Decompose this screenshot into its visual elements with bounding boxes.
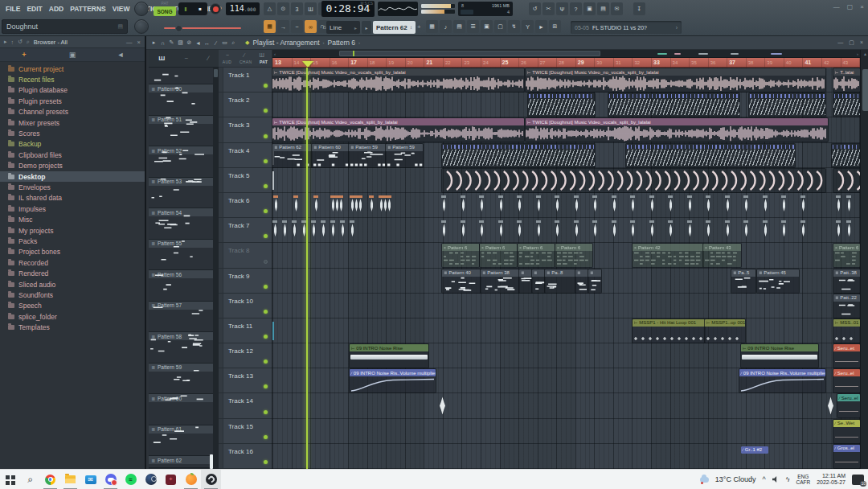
oscilloscope[interactable] bbox=[378, 2, 418, 16]
notification-icon[interactable]: 10 bbox=[852, 475, 864, 485]
drum-hit[interactable] bbox=[371, 199, 373, 212]
drum-hit[interactable] bbox=[575, 199, 578, 212]
drum-hit[interactable] bbox=[322, 224, 325, 236]
browser-item-demo-projects[interactable]: Demo projects bbox=[0, 161, 145, 171]
clip-gr-1-2[interactable]: ∕Gr..1 #2 bbox=[741, 446, 768, 454]
track-mute-led[interactable] bbox=[264, 84, 268, 88]
stop-button[interactable]: ■ bbox=[193, 2, 207, 15]
clip-pattern-59[interactable]: ≣Pattern 59 bbox=[386, 144, 423, 167]
help-icon[interactable]: ? bbox=[570, 2, 582, 15]
metronome-icon[interactable]: △ bbox=[264, 2, 276, 15]
playlist-minimize-icon[interactable]: — bbox=[837, 39, 843, 46]
drum-hit[interactable] bbox=[351, 199, 354, 212]
clip-slash[interactable] bbox=[832, 144, 860, 167]
picker-tab-patterns-icon[interactable]: Ш bbox=[158, 55, 165, 62]
weather-text[interactable]: 13°C Cloudy bbox=[715, 475, 756, 483]
browser-refresh-icon[interactable]: ↺ bbox=[18, 39, 23, 45]
add-pattern-icon[interactable]: + bbox=[417, 23, 421, 31]
drum-hit[interactable] bbox=[443, 224, 445, 236]
master-pitch-knob[interactable] bbox=[134, 19, 149, 34]
browser-up-icon[interactable]: ↑ bbox=[11, 39, 14, 45]
timeline[interactable]: 1314151617181920212223242526272829303132… bbox=[272, 58, 860, 68]
piano-roll-panel-icon[interactable]: ♪ bbox=[440, 20, 452, 33]
pause-button[interactable]: ‖ bbox=[178, 2, 193, 15]
track-lane-track-16[interactable]: ∕Gr..1 #2∕Gros..el bbox=[272, 444, 860, 469]
vscroll-handle[interactable] bbox=[862, 69, 868, 111]
drum-hit[interactable] bbox=[745, 199, 747, 212]
clip-pattern-40[interactable]: ≣Pattern 40 bbox=[442, 269, 481, 293]
drum-hit[interactable] bbox=[481, 224, 483, 236]
pattern-spinner-icon[interactable]: ↕ bbox=[410, 25, 412, 30]
remote-icon[interactable]: Y bbox=[522, 20, 534, 33]
clip-pattern-6[interactable]: ×Pattern 6 bbox=[518, 244, 555, 267]
taskbar-app-explorer[interactable] bbox=[60, 470, 80, 489]
clip-arcs[interactable] bbox=[442, 169, 825, 192]
track-mute-led[interactable] bbox=[264, 159, 268, 163]
playlist-magnet-icon[interactable]: ∩ bbox=[159, 40, 166, 46]
track-mute-led[interactable] bbox=[264, 460, 268, 464]
countdown-icon[interactable]: 3 bbox=[291, 2, 303, 15]
browser-back-icon[interactable]: ▸ bbox=[4, 39, 7, 45]
clip-pattern[interactable]: ≣ bbox=[532, 269, 545, 293]
pattern-cell-pattern-55[interactable]: ≣Pattern 55 bbox=[149, 240, 213, 271]
clip-pattern-43[interactable]: ×Pattern 43 bbox=[703, 244, 741, 267]
drum-hit[interactable] bbox=[284, 224, 286, 236]
track-header-track-16[interactable]: Track 16 bbox=[219, 444, 272, 469]
pattern-cell-pattern-58[interactable]: ≣Pattern 58 bbox=[149, 332, 213, 364]
taskbar-app-chrome[interactable] bbox=[40, 470, 60, 489]
track-mute-led[interactable] bbox=[264, 209, 268, 213]
track-header-track-2[interactable]: Track 2 bbox=[219, 92, 272, 117]
drum-hit[interactable] bbox=[802, 224, 805, 236]
pattern-list-scrollbar[interactable] bbox=[213, 68, 219, 469]
picker-tab-pat[interactable]: PAT bbox=[260, 60, 268, 64]
track-header-track-5[interactable]: Track 5 bbox=[219, 168, 272, 193]
project-name-field[interactable]: Doughnut ▤ bbox=[2, 19, 128, 34]
clip-patt-22[interactable]: ≣Patt..22 bbox=[833, 294, 860, 318]
cut-icon[interactable]: ✂ bbox=[542, 2, 555, 15]
drum-hit[interactable] bbox=[689, 224, 691, 236]
clip-twice-doughnut-music-video-no-vocals-spl[interactable]: ⊢TWICE [Doughnut] Music Video_no_vocals_… bbox=[272, 68, 524, 92]
browser-panel-icon[interactable]: ▣ bbox=[481, 20, 493, 33]
navigator-window[interactable] bbox=[339, 51, 600, 56]
playhead-marker[interactable] bbox=[302, 61, 313, 68]
drum-hit[interactable] bbox=[594, 199, 596, 212]
browser-item-plugin-presets[interactable]: Plugin presets bbox=[0, 96, 145, 106]
pattern-cell-pattern-56[interactable]: ≣Pattern 56 bbox=[149, 270, 213, 302]
draw-tool-icon[interactable]: ✎ bbox=[168, 39, 175, 46]
drum-hit[interactable] bbox=[837, 224, 840, 236]
pattern-prev-button[interactable]: ▸ bbox=[362, 21, 371, 34]
track-mute-led[interactable] bbox=[264, 360, 268, 364]
playlist-panel-icon[interactable]: ▦ bbox=[426, 20, 438, 33]
clip-twice-doughnut-music-video-vocals-split-[interactable]: ⊢TWICE [Doughnut] Music Video_vocals_spl… bbox=[526, 118, 828, 142]
track-grip[interactable] bbox=[219, 68, 223, 92]
audio-hit[interactable] bbox=[828, 397, 833, 414]
mic-icon[interactable]: Ψ bbox=[556, 2, 568, 15]
browser-item-rendered[interactable]: Rendered bbox=[0, 268, 145, 278]
browser-item-splice-folder[interactable]: splice_folder bbox=[0, 311, 145, 322]
track-lane-track-7[interactable] bbox=[272, 218, 860, 243]
browser-tab-files[interactable]: ▣ bbox=[48, 48, 96, 61]
track-mute-led[interactable] bbox=[264, 109, 268, 113]
playlist-menu-icon[interactable]: ▸ bbox=[150, 39, 158, 46]
master-volume-knob[interactable] bbox=[134, 2, 149, 16]
volume-icon[interactable] bbox=[772, 476, 780, 483]
clip-mssp1-hit-hat-loop-001[interactable]: ⊢MSSP1 - Hit Hat Loop 001 bbox=[633, 319, 705, 343]
nav-left-icon[interactable]: ‹ bbox=[274, 50, 276, 58]
track-grip[interactable] bbox=[219, 294, 223, 318]
track-mute-led[interactable] bbox=[264, 134, 268, 138]
clip-arcs[interactable] bbox=[833, 169, 860, 192]
drum-hit[interactable] bbox=[518, 224, 521, 236]
clip-mssp1-op-001[interactable]: ⊢MSSP1..op 001 bbox=[705, 319, 745, 343]
snap-magnet-icon[interactable]: ∩ bbox=[320, 23, 325, 30]
track-header-track-3[interactable]: Track 3 bbox=[219, 117, 272, 142]
drum-hit[interactable] bbox=[669, 224, 672, 236]
track-grip[interactable] bbox=[219, 318, 223, 343]
picker-tab-automation-icon[interactable]: ∕ bbox=[208, 55, 209, 62]
drum-hit[interactable] bbox=[275, 199, 277, 212]
maximize-icon[interactable]: ▢ bbox=[847, 3, 854, 10]
playlist-maximize-icon[interactable]: ▢ bbox=[849, 39, 854, 46]
track-header-track-8[interactable]: Track 8 bbox=[219, 243, 272, 268]
clip-twice-doughnut-music-video-vocals-split-[interactable]: ⊢TWICE [Doughnut] Music Video_vocals_spl… bbox=[272, 118, 524, 142]
drum-hit[interactable] bbox=[355, 199, 358, 212]
drum-hit[interactable] bbox=[848, 199, 850, 212]
